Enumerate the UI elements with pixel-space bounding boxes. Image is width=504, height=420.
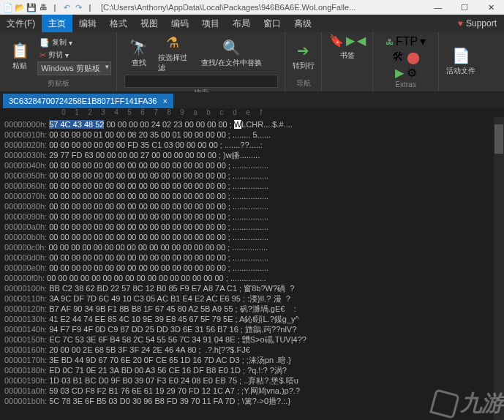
- goto-icon: ➔: [297, 42, 309, 59]
- hex-row[interactable]: 00000070h: 00 00 00 00 00 00 00 00 00 00…: [4, 191, 500, 201]
- hex-row[interactable]: 000001b0h: 5C 78 3E 6F B5 03 D0 30 96 B8…: [4, 396, 500, 406]
- bookmark-icon[interactable]: 🔖: [329, 34, 344, 48]
- hex-row[interactable]: 00000130h: 41 E2 44 74 EE 85 4C 10 9E 39…: [4, 314, 500, 324]
- search-input[interactable]: [124, 75, 278, 88]
- find-button[interactable]: 🔭查找: [124, 34, 154, 73]
- save-icon[interactable]: 💾: [26, 2, 37, 12]
- hex-ruler: 0123456789abcdef: [0, 108, 504, 119]
- play-icon[interactable]: ▶: [395, 66, 404, 80]
- find-replace-icon: 🔍: [222, 39, 241, 56]
- hex-row[interactable]: 00000090h: 00 00 00 00 00 00 00 00 00 00…: [4, 211, 500, 222]
- hex-row[interactable]: 00000190h: 1D 03 B1 BC D0 9F B0 39 07 F3…: [4, 375, 500, 386]
- scrollbar[interactable]: [494, 117, 504, 420]
- hex-row[interactable]: 00000040h: 00 00 00 00 00 00 00 00 00 00…: [4, 160, 500, 170]
- scissors-icon: ✂: [40, 50, 46, 60]
- gear-icon[interactable]: ⚙: [407, 66, 417, 80]
- document-icon: 📄: [452, 47, 470, 64]
- ribbon: 📋粘贴 📑复制 ▾ ✂剪切 ▾ Windows 剪贴板 剪贴板 🔭查找 ⚗按选择…: [0, 32, 504, 92]
- new-icon[interactable]: 📄: [3, 2, 13, 12]
- hex-row[interactable]: 00000110h: 3A 9C DF 7D 6C 49 10 C3 05 AC…: [4, 293, 500, 304]
- hex-row[interactable]: 00000140h: 94 F7 F9 4F 0D C9 87 DD 25 DD…: [4, 324, 500, 334]
- bookmark-next-icon[interactable]: ▶: [346, 34, 355, 48]
- menubar: 文件(F) 主页 编辑 格式 视图 编码 项目 布局 窗口 高级 ♥Suppor…: [0, 15, 504, 32]
- menu-edit[interactable]: 编辑: [72, 15, 103, 32]
- sep: |: [50, 2, 60, 12]
- hex-row[interactable]: 00000160h: 20 00 00 2E 68 5B 3F 3F 24 2E…: [4, 345, 500, 355]
- clipboard-icon: 📋: [11, 42, 29, 59]
- hex-row[interactable]: 000001a0h: 59 03 CD F8 F2 B1 76 6E 61 19…: [4, 386, 500, 396]
- group-label-clipboard: 剪贴板: [48, 78, 69, 90]
- goto-line-button[interactable]: ➔转到行: [289, 42, 318, 71]
- hex-row[interactable]: 000000e0h: 00 00 00 00 00 00 00 00 00 00…: [4, 263, 500, 273]
- find-replace-button[interactable]: 🔍查找/在文件中替换: [192, 34, 272, 73]
- redo-icon[interactable]: ↷: [73, 2, 83, 12]
- hex-row[interactable]: 00000150h: EC 7C 53 3E 6F B4 58 2C 54 55…: [4, 334, 500, 345]
- menu-layout[interactable]: 布局: [226, 15, 257, 32]
- hex-row[interactable]: 00000020h: 00 00 00 00 00 00 00 FD 35 C1…: [4, 140, 500, 150]
- sep: |: [85, 2, 95, 12]
- window-path: [C:\Users\Anthony\AppData\Local\Packages…: [98, 3, 425, 12]
- group-label-extras: Extras: [395, 80, 415, 90]
- filter-icon: ⚗: [166, 34, 179, 51]
- menu-file[interactable]: 文件(F): [0, 15, 42, 32]
- cut-button[interactable]: ✂剪切 ▾: [37, 49, 111, 61]
- menu-support[interactable]: ♥Support: [451, 18, 504, 29]
- menu-format[interactable]: 格式: [103, 15, 134, 32]
- bookmark-button[interactable]: 书签: [333, 50, 362, 61]
- binoculars-icon: 🔭: [129, 39, 148, 56]
- tabbar: 3C63284700724258E1B8071FF141FA36 ×: [0, 92, 504, 108]
- scrollbar-thumb[interactable]: [494, 124, 503, 154]
- close-button[interactable]: ✕: [478, 0, 504, 15]
- hex-row[interactable]: 00000060h: 00 00 00 00 00 00 00 00 00 00…: [4, 181, 500, 191]
- paste-button[interactable]: 📋粘贴: [5, 42, 34, 71]
- menu-encode[interactable]: 编码: [165, 15, 195, 32]
- menu-window[interactable]: 窗口: [257, 15, 287, 32]
- tab-label: 3C63284700724258E1B8071FF141FA36: [9, 97, 157, 105]
- hex-row[interactable]: 00000180h: ED 0C 71 0E 21 3A BD 00 A3 56…: [4, 365, 500, 375]
- tab-close-icon[interactable]: ×: [162, 97, 167, 105]
- group-label-nav: 导航: [296, 78, 311, 90]
- hex-row[interactable]: 00000120h: B7 AF 90 34 9B F1 8B B8 1F 67…: [4, 304, 500, 314]
- menu-advanced[interactable]: 高级: [287, 15, 318, 32]
- titlebar: 📄 📂 💾 🖶 | ↶ ↷ | [C:\Users\Anthony\AppDat…: [0, 0, 504, 15]
- hex-row[interactable]: 000000a0h: 00 00 00 00 00 00 00 00 00 00…: [4, 222, 500, 232]
- hex-row[interactable]: 000000c0h: 00 00 00 00 00 00 00 00 00 00…: [4, 242, 500, 252]
- tool-icon[interactable]: 🛠: [392, 50, 404, 64]
- menu-home[interactable]: 主页: [42, 15, 72, 32]
- ftp-button[interactable]: 🖧FTP ▾: [383, 34, 428, 49]
- maximize-button[interactable]: ☐: [451, 0, 478, 15]
- ftp-icon: 🖧: [385, 37, 394, 46]
- hex-row[interactable]: 000000d0h: 00 00 00 00 00 00 00 00 00 00…: [4, 252, 500, 263]
- record-icon[interactable]: ⬤: [407, 50, 420, 64]
- hex-row[interactable]: 00000050h: 00 00 00 00 00 00 00 00 00 00…: [4, 170, 500, 181]
- clipboard-mode-dropdown[interactable]: Windows 剪贴板: [37, 61, 111, 75]
- hex-row[interactable]: 000000f0h: 00 00 00 00 00 00 00 00 00 00…: [4, 273, 500, 283]
- hex-row[interactable]: 00000030h: 29 77 FD 63 00 00 00 00 27 00…: [4, 150, 500, 160]
- hex-row[interactable]: 00000080h: 00 00 00 00 00 00 00 00 00 00…: [4, 201, 500, 211]
- file-tab[interactable]: 3C63284700724258E1B8071FF141FA36 ×: [3, 94, 173, 108]
- copy-button[interactable]: 📑复制 ▾: [37, 37, 111, 48]
- hex-row[interactable]: 00000100h: BB C2 38 62 BD 22 57 8C 12 B0…: [4, 283, 500, 293]
- menu-view[interactable]: 视图: [134, 15, 165, 32]
- hex-row[interactable]: 00000010h: 00 00 00 00 01 00 00 08 20 35…: [4, 130, 500, 140]
- print-icon[interactable]: 🖶: [38, 2, 48, 12]
- menu-project[interactable]: 项目: [195, 15, 226, 32]
- hex-row[interactable]: 00000000h: 57 4C 43 48 52 00 00 00 00 24…: [4, 119, 500, 130]
- open-icon[interactable]: 📂: [15, 2, 25, 12]
- active-files-button[interactable]: 📄活动文件: [446, 47, 475, 76]
- hex-editor[interactable]: 00000000h: 57 4C 43 48 52 00 00 00 00 24…: [0, 119, 504, 420]
- hex-row[interactable]: 00000170h: 3E BD 44 9D 67 70 6E 20 0F CE…: [4, 355, 500, 365]
- minimize-button[interactable]: —: [425, 0, 451, 15]
- undo-icon[interactable]: ↶: [61, 2, 72, 12]
- copy-icon: 📑: [40, 38, 50, 48]
- filter-button[interactable]: ⚗按选择过滤: [158, 34, 187, 73]
- heart-icon: ♥: [458, 18, 463, 29]
- bookmark-prev-icon[interactable]: ◀: [357, 34, 366, 48]
- quick-access: 📄 📂 💾 🖶 | ↶ ↷ |: [0, 2, 98, 12]
- hex-row[interactable]: 000000b0h: 00 00 00 00 00 00 00 00 00 00…: [4, 232, 500, 242]
